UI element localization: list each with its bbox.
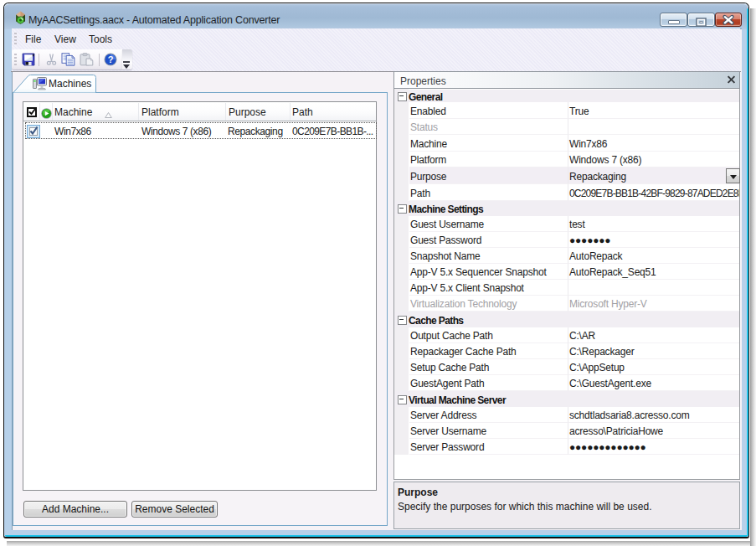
svg-text:?: ?	[108, 54, 114, 64]
